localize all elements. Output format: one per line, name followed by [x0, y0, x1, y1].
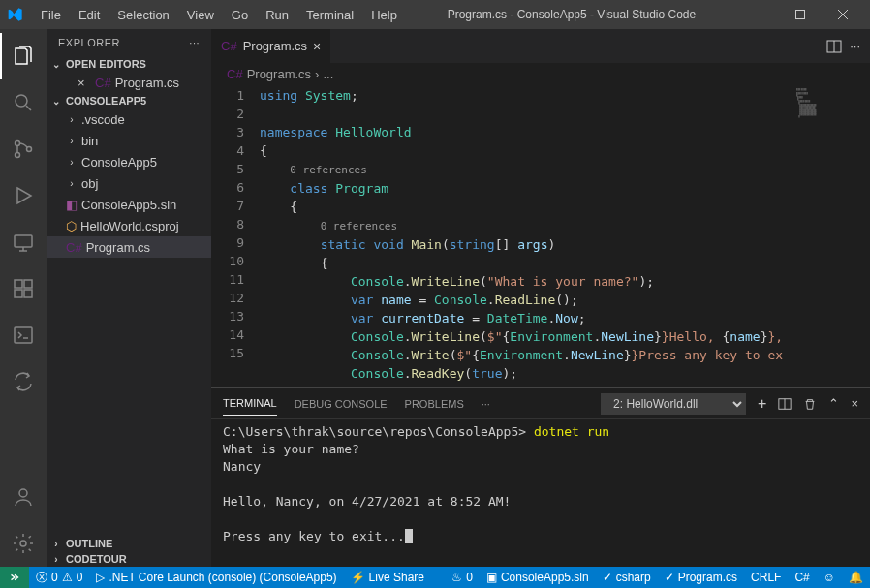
line-gutter: 123456789101112131415: [211, 84, 260, 387]
code-editor[interactable]: 123456789101112131415 using System; name…: [211, 84, 870, 387]
folder-consoleapp5[interactable]: ›ConsoleApp5: [47, 151, 211, 172]
terminal-output[interactable]: C:\Users\thrak\source\repos\ConsoleApp5>…: [211, 419, 870, 567]
svg-rect-7: [15, 280, 22, 288]
window-controls: [738, 0, 862, 29]
status-problems[interactable]: ⓧ0⚠0: [29, 567, 89, 588]
maximize-panel-icon[interactable]: ⌃: [828, 396, 839, 411]
activity-bar: [0, 29, 47, 567]
run-debug-icon[interactable]: [0, 172, 47, 219]
csharp-file-icon: C#: [221, 39, 237, 53]
remote-indicator[interactable]: [0, 567, 29, 588]
terminal-selector[interactable]: 2: HelloWorld.dll: [601, 393, 746, 415]
remote-explorer-icon[interactable]: [0, 219, 47, 265]
folder-bin[interactable]: ›bin: [47, 130, 211, 151]
breadcrumb[interactable]: C# Program.cs›...: [211, 63, 870, 84]
menu-bar: File Edit Selection View Go Run Terminal…: [33, 4, 405, 26]
account-icon[interactable]: [0, 474, 47, 520]
csharp-file-icon: C#: [227, 67, 243, 81]
sync-icon[interactable]: [0, 358, 47, 405]
minimize-button[interactable]: [738, 0, 777, 29]
svg-rect-1: [796, 11, 805, 19]
open-editors-section[interactable]: ⌄OPEN EDITORS: [47, 56, 211, 72]
status-liveshare[interactable]: ⚡Live Share: [344, 567, 431, 588]
svg-point-12: [19, 489, 27, 497]
extensions-icon[interactable]: [0, 265, 47, 312]
editor-tab-program[interactable]: C# Program.cs ×: [211, 29, 331, 63]
menu-selection[interactable]: Selection: [109, 4, 176, 26]
open-editor-item[interactable]: × C# Program.cs: [47, 72, 211, 93]
file-csproj[interactable]: ⬡HelloWorld.csproj: [47, 215, 211, 236]
status-sln[interactable]: ▣ConsoleApp5.sln: [480, 567, 596, 588]
close-tab-icon[interactable]: ×: [313, 39, 321, 54]
menu-help[interactable]: Help: [363, 4, 405, 26]
debug-console-tab[interactable]: DEBUG CONSOLE: [295, 392, 388, 416]
status-program[interactable]: ✓Program.cs: [658, 567, 744, 588]
title-bar: File Edit Selection View Go Run Terminal…: [0, 0, 870, 29]
outline-section[interactable]: ›OUTLINE: [47, 536, 211, 551]
terminal-tab[interactable]: TERMINAL: [223, 391, 277, 416]
csproj-file-icon: ⬡: [66, 219, 77, 233]
menu-run[interactable]: Run: [258, 4, 296, 26]
svg-point-4: [16, 153, 20, 158]
panel-tabs: TERMINAL DEBUG CONSOLE PROBLEMS ··· 2: H…: [211, 388, 870, 419]
svg-rect-11: [15, 327, 32, 343]
close-panel-icon[interactable]: ×: [851, 396, 858, 411]
status-bell-icon[interactable]: 🔔: [842, 567, 870, 588]
svg-rect-10: [24, 280, 32, 288]
menu-go[interactable]: Go: [224, 4, 256, 26]
settings-icon[interactable]: [0, 520, 47, 567]
more-actions-icon[interactable]: ···: [850, 39, 860, 53]
explorer-sidebar: EXPLORER ··· ⌄OPEN EDITORS × C# Program.…: [47, 29, 211, 567]
problems-tab[interactable]: PROBLEMS: [405, 392, 464, 416]
menu-view[interactable]: View: [179, 4, 222, 26]
codetour-section[interactable]: ›CODETOUR: [47, 551, 211, 567]
status-feedback-icon[interactable]: ☺: [817, 567, 842, 588]
menu-edit[interactable]: Edit: [71, 4, 108, 26]
csharp-file-icon: C#: [66, 240, 82, 255]
window-title: Program.cs - ConsoleApp5 - Visual Studio…: [405, 8, 738, 21]
explorer-icon[interactable]: [0, 33, 47, 79]
svg-rect-8: [15, 290, 22, 297]
svg-point-2: [16, 95, 27, 107]
menu-file[interactable]: File: [33, 4, 69, 26]
svg-point-5: [27, 147, 32, 152]
svg-rect-9: [24, 290, 32, 297]
more-icon[interactable]: ···: [189, 37, 200, 48]
status-eol[interactable]: CRLF: [744, 567, 788, 588]
folder-vscode[interactable]: ›.vscode: [47, 108, 211, 130]
explorer-header: EXPLORER ···: [47, 29, 211, 56]
status-csharp[interactable]: ✓csharp: [596, 567, 658, 588]
bottom-panel: TERMINAL DEBUG CONSOLE PROBLEMS ··· 2: H…: [211, 387, 870, 567]
file-sln[interactable]: ◧ConsoleApp5.sln: [47, 194, 211, 215]
split-terminal-icon[interactable]: [778, 397, 792, 411]
kill-terminal-icon[interactable]: [803, 397, 817, 411]
source-control-icon[interactable]: [0, 126, 47, 172]
sln-file-icon: ◧: [66, 198, 78, 212]
svg-point-13: [20, 541, 26, 546]
file-program-cs[interactable]: C#Program.cs: [47, 236, 211, 258]
search-icon[interactable]: [0, 79, 47, 126]
maximize-button[interactable]: [781, 0, 820, 29]
csharp-file-icon: C#: [95, 76, 111, 90]
code-content[interactable]: using System; namespace HelloWorld { 0 r…: [260, 84, 792, 387]
minimap[interactable]: ███ ████ ████ ████ █ ████ █ ████ ████ █ …: [792, 84, 870, 387]
svg-rect-0: [753, 15, 762, 15]
folder-obj[interactable]: ›obj: [47, 172, 211, 194]
status-bar: ⓧ0⚠0 ▷.NET Core Launch (console) (Consol…: [0, 567, 870, 588]
menu-terminal[interactable]: Terminal: [298, 4, 361, 26]
split-editor-icon[interactable]: [826, 39, 842, 54]
terminal-cursor: [405, 529, 413, 543]
editor-tabs: C# Program.cs × ···: [211, 29, 870, 63]
status-flame[interactable]: ♨0: [445, 567, 480, 588]
new-terminal-icon[interactable]: +: [758, 395, 766, 413]
terminal-panel-icon[interactable]: [0, 312, 47, 358]
svg-point-3: [16, 141, 20, 146]
panel-more-icon[interactable]: ···: [482, 392, 490, 416]
status-language[interactable]: C#: [788, 567, 816, 588]
svg-rect-6: [15, 235, 32, 247]
close-button[interactable]: [823, 0, 862, 29]
status-debug-config[interactable]: ▷.NET Core Launch (console) (ConsoleApp5…: [89, 567, 343, 588]
project-section[interactable]: ⌄CONSOLEAPP5: [47, 93, 211, 108]
editor-area: C# Program.cs × ··· C# Program.cs›... 12…: [211, 29, 870, 567]
close-editor-icon[interactable]: ×: [78, 76, 91, 90]
